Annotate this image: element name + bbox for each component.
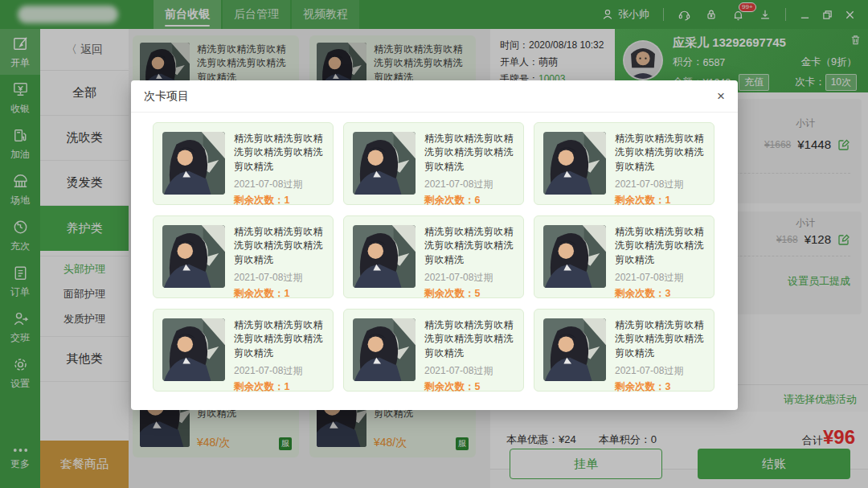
times-card-image: [353, 132, 416, 195]
times-card-image: [543, 225, 606, 288]
expire-date: 2021-07-08过期: [615, 364, 705, 378]
times-card-image: [543, 132, 606, 195]
remaining-times: 剩余次数：3: [615, 287, 705, 301]
modal-close-icon[interactable]: ×: [717, 89, 725, 103]
expire-date: 2021-07-08过期: [234, 271, 324, 285]
remaining-times: 剩余次数：5: [424, 380, 514, 394]
times-card[interactable]: 精洗剪吹精洗剪吹精洗剪吹精洗剪吹精洗剪吹精洗 2021-07-08过期 剩余次数…: [534, 309, 714, 392]
app-window: 前台收银 后台管理 视频教程 张小帅 99+: [0, 0, 868, 488]
times-card-image: [162, 318, 225, 381]
times-card-modal: 次卡项目 × 精洗剪吹精洗剪吹精洗剪吹精洗剪吹精洗剪吹精洗 2021-07-08…: [131, 80, 738, 410]
remaining-times: 剩余次数：1: [615, 194, 705, 207]
times-card-image: [162, 132, 225, 195]
expire-date: 2021-07-08过期: [234, 364, 324, 378]
times-card[interactable]: 精洗剪吹精洗剪吹精洗剪吹精洗剪吹精洗剪吹精洗 2021-07-08过期 剩余次数…: [343, 309, 524, 392]
times-card[interactable]: 精洗剪吹精洗剪吹精洗剪吹精洗剪吹精洗剪吹精洗 2021-07-08过期 剩余次数…: [534, 122, 714, 205]
remaining-times: 剩余次数：6: [424, 194, 514, 207]
times-card-image: [353, 225, 416, 288]
remaining-times: 剩余次数：5: [424, 287, 514, 301]
remaining-times: 剩余次数：1: [234, 194, 324, 207]
times-card[interactable]: 精洗剪吹精洗剪吹精洗剪吹精洗剪吹精洗剪吹精洗 2021-07-08过期 剩余次数…: [534, 215, 714, 298]
expire-date: 2021-07-08过期: [234, 178, 324, 191]
expire-date: 2021-07-08过期: [424, 271, 514, 285]
times-card[interactable]: 精洗剪吹精洗剪吹精洗剪吹精洗剪吹精洗剪吹精洗 2021-07-08过期 剩余次数…: [153, 215, 334, 298]
remaining-times: 剩余次数：1: [234, 287, 324, 301]
times-card-grid: 精洗剪吹精洗剪吹精洗剪吹精洗剪吹精洗剪吹精洗 2021-07-08过期 剩余次数…: [131, 113, 738, 392]
expire-date: 2021-07-08过期: [615, 178, 705, 191]
expire-date: 2021-07-08过期: [615, 271, 705, 285]
remaining-times: 剩余次数：3: [615, 380, 705, 394]
times-card[interactable]: 精洗剪吹精洗剪吹精洗剪吹精洗剪吹精洗剪吹精洗 2021-07-08过期 剩余次数…: [153, 122, 334, 205]
remaining-times: 剩余次数：1: [234, 380, 324, 394]
times-card[interactable]: 精洗剪吹精洗剪吹精洗剪吹精洗剪吹精洗剪吹精洗 2021-07-08过期 剩余次数…: [343, 215, 524, 298]
times-card-image: [162, 225, 225, 288]
times-card-image: [543, 318, 606, 381]
modal-title: 次卡项目: [144, 89, 189, 104]
times-card[interactable]: 精洗剪吹精洗剪吹精洗剪吹精洗剪吹精洗剪吹精洗 2021-07-08过期 剩余次数…: [343, 122, 524, 205]
expire-date: 2021-07-08过期: [424, 178, 514, 191]
times-card-image: [353, 318, 416, 381]
expire-date: 2021-07-08过期: [424, 364, 514, 378]
times-card[interactable]: 精洗剪吹精洗剪吹精洗剪吹精洗剪吹精洗剪吹精洗 2021-07-08过期 剩余次数…: [153, 309, 334, 392]
